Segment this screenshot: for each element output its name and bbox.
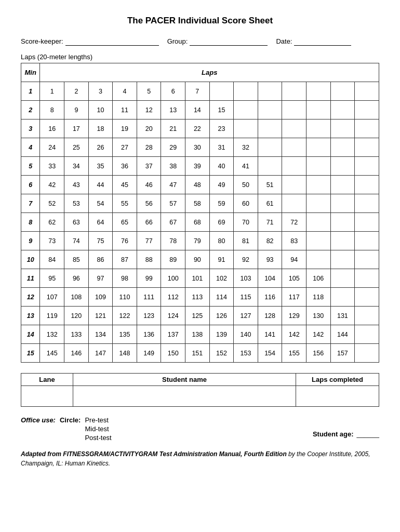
lap-cell	[330, 232, 355, 250]
laps-header: Laps	[40, 63, 379, 82]
lap-cell: 106	[306, 269, 331, 288]
lap-cell: 3	[88, 82, 113, 101]
lap-cell	[234, 82, 258, 101]
lap-cell: 132	[40, 325, 64, 344]
lap-cell: 112	[161, 288, 185, 307]
lap-cell: 36	[113, 157, 137, 176]
scorekeeper-label: Score-keeper:	[21, 37, 63, 45]
lap-cell: 8	[40, 101, 64, 119]
min-cell: 13	[21, 307, 40, 325]
lap-cell: 39	[185, 157, 210, 176]
lap-cell	[330, 176, 355, 194]
lap-cell: 69	[209, 213, 234, 232]
summary-table: Lane Student name Laps completed	[21, 373, 379, 407]
score-table: Min Laps 1123456728910111213141531617181…	[21, 63, 379, 363]
lap-cell: 68	[185, 213, 210, 232]
lap-cell	[330, 101, 355, 119]
lap-cell: 74	[64, 232, 89, 250]
lap-cell: 79	[185, 232, 210, 250]
lap-cell: 87	[113, 250, 137, 269]
student-age-label: Student age:	[313, 430, 354, 438]
lap-cell: 155	[282, 344, 306, 363]
lap-cell: 92	[234, 250, 258, 269]
lap-cell: 58	[185, 194, 210, 213]
lap-cell	[282, 194, 306, 213]
lap-cell	[355, 138, 379, 157]
laps-cell	[296, 386, 379, 407]
lap-cell: 89	[161, 250, 185, 269]
lap-cell: 134	[88, 325, 113, 344]
lap-cell	[306, 82, 331, 101]
lap-cell: 64	[88, 213, 113, 232]
lap-cell: 157	[330, 344, 355, 363]
page-title: The PACER Individual Score Sheet	[21, 16, 379, 26]
lap-cell: 37	[137, 157, 161, 176]
lap-cell	[355, 288, 379, 307]
lap-cell: 80	[209, 232, 234, 250]
lap-cell: 97	[88, 269, 113, 288]
lap-cell	[330, 82, 355, 101]
lap-cell: 111	[137, 288, 161, 307]
lap-cell: 44	[88, 176, 113, 194]
lap-cell: 25	[64, 138, 89, 157]
lap-cell: 4	[113, 82, 137, 101]
lap-cell: 131	[330, 307, 355, 325]
lap-cell: 142	[282, 325, 306, 344]
lap-cell: 19	[113, 119, 137, 138]
lap-cell	[306, 194, 331, 213]
lap-cell: 15	[209, 101, 234, 119]
lap-cell: 12	[137, 101, 161, 119]
lap-cell: 125	[185, 307, 210, 325]
lap-cell: 60	[234, 194, 258, 213]
lap-cell: 56	[137, 194, 161, 213]
pretest-option: Pre-test	[85, 416, 111, 424]
lap-cell: 150	[161, 344, 185, 363]
lap-cell: 138	[185, 325, 210, 344]
lap-cell: 103	[234, 269, 258, 288]
lap-cell	[355, 232, 379, 250]
lap-cell	[282, 101, 306, 119]
lap-cell: 26	[88, 138, 113, 157]
name-cell	[73, 386, 296, 407]
min-cell: 6	[21, 176, 40, 194]
lap-cell: 94	[282, 250, 306, 269]
lap-cell: 116	[258, 288, 282, 307]
lap-cell	[258, 119, 282, 138]
lap-cell: 151	[185, 344, 210, 363]
lap-cell: 130	[306, 307, 331, 325]
lap-cell	[355, 157, 379, 176]
lap-cell: 43	[64, 176, 89, 194]
lap-cell: 136	[137, 325, 161, 344]
lap-cell: 72	[282, 213, 306, 232]
lap-cell	[355, 213, 379, 232]
lap-cell	[282, 119, 306, 138]
lap-cell: 30	[185, 138, 210, 157]
lap-cell: 65	[113, 213, 137, 232]
lap-cell: 88	[137, 250, 161, 269]
lap-cell: 10	[88, 101, 113, 119]
min-cell: 5	[21, 157, 40, 176]
lap-cell: 41	[234, 157, 258, 176]
lap-cell	[355, 307, 379, 325]
office-use-label: Office use:	[21, 416, 56, 424]
lap-cell: 140	[234, 325, 258, 344]
lap-cell: 62	[40, 213, 64, 232]
lap-cell: 45	[113, 176, 137, 194]
lap-cell	[209, 82, 234, 101]
date-label: Date:	[276, 37, 292, 45]
min-cell: 3	[21, 119, 40, 138]
min-cell: 15	[21, 344, 40, 363]
circle-label: Circle:	[60, 416, 81, 424]
lane-cell	[21, 386, 73, 407]
lap-cell: 133	[64, 325, 89, 344]
lap-cell	[355, 101, 379, 119]
lap-cell: 73	[40, 232, 64, 250]
lap-cell: 7	[185, 82, 210, 101]
lap-cell: 57	[161, 194, 185, 213]
lap-cell	[306, 250, 331, 269]
lap-cell: 23	[209, 119, 234, 138]
min-cell: 9	[21, 232, 40, 250]
lap-cell	[355, 176, 379, 194]
min-cell: 10	[21, 250, 40, 269]
lap-cell: 153	[234, 344, 258, 363]
